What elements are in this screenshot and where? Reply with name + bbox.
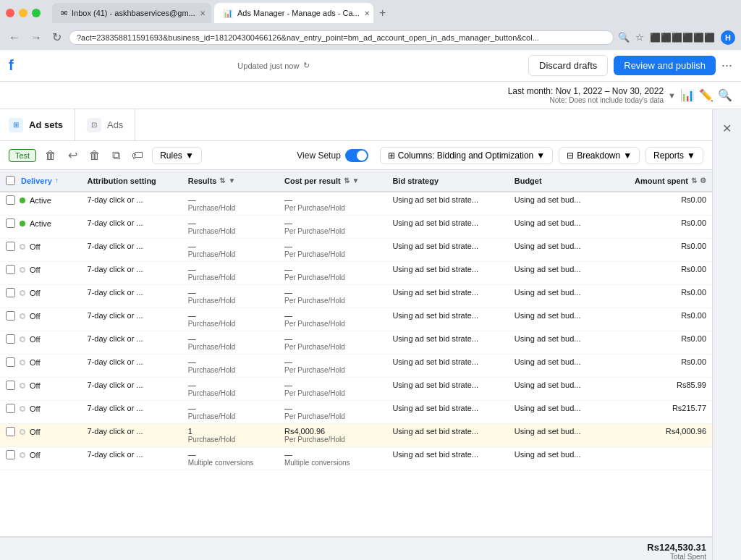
cell-attribution-2: 7-day click or ... bbox=[82, 239, 182, 262]
view-setup-button[interactable]: View Setup bbox=[291, 146, 374, 165]
star-icon[interactable]: ☆ bbox=[635, 32, 644, 43]
status-dot-1 bbox=[20, 221, 25, 226]
reports-button[interactable]: Reports ▼ bbox=[645, 147, 703, 164]
cell-delivery-0: Active bbox=[0, 192, 82, 216]
tag-button[interactable]: 🏷 bbox=[129, 146, 146, 165]
analytics-icon[interactable]: 📊 bbox=[680, 88, 695, 102]
amount-sort-icon[interactable]: ⇅ bbox=[691, 177, 697, 184]
rules-button[interactable]: Rules ▼ bbox=[152, 147, 202, 164]
cell-delivery-11: Off bbox=[0, 447, 82, 470]
col-header-cost[interactable]: Cost per result ⇅ ▼ bbox=[279, 170, 386, 192]
columns-button[interactable]: ⊞ Columns: Bidding and Optimization ▼ bbox=[380, 147, 553, 164]
table-header-row: Delivery ↑ Attribution setting Results ⇅ bbox=[0, 170, 712, 192]
cost-filter-icon[interactable]: ▼ bbox=[352, 177, 360, 184]
cost-sort-icon[interactable]: ⇅ bbox=[344, 177, 350, 184]
col-header-amount[interactable]: Amount spent ⇅ ⚙ bbox=[608, 170, 712, 192]
edit-icon[interactable]: ✏️ bbox=[699, 88, 714, 102]
delivery-value-10: Off bbox=[30, 428, 40, 436]
undo-button[interactable]: ↩ bbox=[65, 145, 80, 165]
ads-tab[interactable]: ⊡ Ads bbox=[75, 109, 135, 140]
tab-ads-favicon: 📊 bbox=[223, 9, 233, 18]
tab-ads-close[interactable]: ✕ bbox=[364, 9, 370, 17]
row-checkbox-4[interactable] bbox=[6, 288, 15, 297]
cell-amount-11 bbox=[608, 447, 712, 470]
back-btn[interactable]: ← bbox=[6, 28, 23, 47]
minimize-btn[interactable] bbox=[19, 9, 27, 17]
cell-cost-9: — Per Purchase/Hold bbox=[279, 401, 386, 424]
row-checkbox-6[interactable] bbox=[6, 334, 15, 344]
cell-results-3: — Purchase/Hold bbox=[182, 262, 279, 285]
more-options-icon[interactable]: ··· bbox=[721, 58, 732, 73]
cell-budget-9: Using ad set bud... bbox=[509, 401, 609, 424]
cell-budget-8: Using ad set bud... bbox=[509, 378, 609, 401]
cell-budget-7: Using ad set bud... bbox=[509, 355, 609, 378]
results-filter-icon[interactable]: ▼ bbox=[228, 177, 235, 184]
results-header-label: Results bbox=[188, 177, 217, 185]
delivery-value-11: Off bbox=[30, 451, 40, 459]
budget-header-label: Budget bbox=[515, 177, 542, 185]
cell-delivery-6: Off bbox=[0, 331, 82, 355]
view-setup-toggle[interactable] bbox=[345, 149, 368, 162]
duplicate-button[interactable]: ⧉ bbox=[109, 146, 123, 165]
row-checkbox-5[interactable] bbox=[6, 311, 15, 321]
cell-delivery-2: Off bbox=[0, 239, 82, 262]
discard-drafts-button[interactable]: Discard drafts bbox=[528, 55, 608, 76]
close-btn[interactable] bbox=[6, 9, 14, 17]
cell-bid-5: Using ad set bid strate... bbox=[386, 308, 508, 331]
delete-button[interactable]: 🗑 bbox=[42, 146, 59, 165]
row-checkbox-8[interactable] bbox=[6, 381, 15, 390]
cell-results-8: — Purchase/Hold bbox=[182, 378, 279, 401]
sidebar-close-icon[interactable]: ✕ bbox=[714, 115, 740, 141]
tab-inbox[interactable]: ✉ Inbox (41) - askhbaservices@gm... ✕ bbox=[52, 3, 211, 23]
row-checkbox-11[interactable] bbox=[6, 450, 15, 459]
results-sort-icon[interactable]: ⇅ bbox=[219, 177, 225, 184]
ad-sets-tab[interactable]: ⊞ Ad sets bbox=[9, 109, 75, 140]
row-checkbox-7[interactable] bbox=[6, 357, 15, 367]
profile-icon[interactable]: H bbox=[721, 30, 735, 45]
cell-attribution-0: 7-day click or ... bbox=[82, 192, 182, 216]
select-all-checkbox[interactable] bbox=[6, 176, 15, 185]
cost-header-label: Cost per result bbox=[284, 177, 341, 185]
cell-amount-4: Rs0.00 bbox=[608, 285, 712, 308]
reload-btn[interactable]: ↻ bbox=[49, 27, 64, 47]
col-header-delivery[interactable]: Delivery ↑ bbox=[0, 170, 82, 192]
header-actions: Discard drafts Review and publish ··· bbox=[528, 55, 732, 76]
row-checkbox-3[interactable] bbox=[6, 265, 15, 274]
cell-attribution-7: 7-day click or ... bbox=[82, 355, 182, 378]
review-publish-button[interactable]: Review and publish bbox=[614, 56, 716, 75]
delivery-value-4: Off bbox=[30, 289, 40, 297]
col-header-results[interactable]: Results ⇅ ▼ bbox=[182, 170, 279, 192]
browser-toolbar-icons: 🔍 ☆ ⬛⬛⬛⬛⬛⬛ H bbox=[618, 30, 735, 45]
delivery-sort-icon[interactable]: ↑ bbox=[55, 177, 59, 184]
campaign-tabs: ⊞ Ad sets ⊡ Ads bbox=[0, 109, 712, 141]
cell-budget-1: Using ad set bud... bbox=[509, 216, 609, 239]
row-checkbox-1[interactable] bbox=[6, 219, 15, 228]
maximize-btn[interactable] bbox=[32, 9, 41, 17]
refresh-icon[interactable]: ↻ bbox=[303, 61, 310, 70]
row-checkbox-9[interactable] bbox=[6, 404, 15, 413]
table-row: Off 7-day click or ... — Multiple conver… bbox=[0, 447, 712, 470]
delivery-value-7: Off bbox=[30, 358, 40, 367]
table-body: Active 7-day click or ... — Purchase/Hol… bbox=[0, 192, 712, 470]
breakdown-button[interactable]: ⊟ Breakdown ▼ bbox=[559, 147, 640, 164]
date-chevron-icon[interactable]: ▼ bbox=[668, 91, 676, 100]
amount-header-label: Amount spent bbox=[635, 177, 688, 185]
right-sidebar: ✕ bbox=[712, 109, 741, 560]
ads-label: Ads bbox=[107, 119, 123, 130]
trash-button[interactable]: 🗑 bbox=[86, 146, 103, 165]
cell-bid-8: Using ad set bid strate... bbox=[386, 378, 508, 401]
search-icon-2[interactable]: 🔍 bbox=[718, 88, 732, 102]
row-checkbox-10[interactable] bbox=[6, 427, 15, 436]
amount-options-icon[interactable]: ⚙ bbox=[700, 177, 706, 184]
tab-ads-manager[interactable]: 📊 Ads Manager - Manage ads - Ca... ✕ bbox=[214, 3, 373, 23]
cell-results-10: 1 Purchase/Hold bbox=[182, 424, 279, 447]
url-input[interactable]: ?act=238358811591693&business_id=1812043… bbox=[69, 30, 614, 45]
total-label: Total Spent bbox=[647, 553, 706, 560]
tab-inbox-close[interactable]: ✕ bbox=[200, 9, 206, 17]
row-checkbox-2[interactable] bbox=[6, 242, 15, 251]
row-checkbox-0[interactable] bbox=[6, 195, 15, 205]
header-status: Updated just now ↻ bbox=[28, 61, 520, 70]
status-dot-5 bbox=[20, 313, 25, 319]
forward-btn[interactable]: → bbox=[27, 28, 45, 47]
new-tab-btn[interactable]: + bbox=[376, 4, 389, 22]
